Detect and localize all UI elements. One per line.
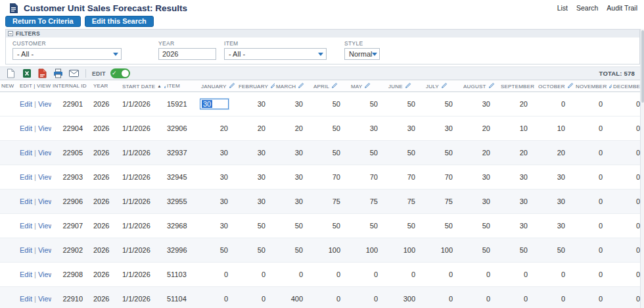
edit-toggle[interactable]: ✓ xyxy=(110,68,130,78)
column-label: NOVEMBER xyxy=(576,84,607,90)
edit-link[interactable]: Edit xyxy=(20,100,32,108)
edit-this-search-button[interactable]: Edit this Search xyxy=(85,16,154,27)
cell-july: 50 xyxy=(425,214,462,238)
cell-january: 0 xyxy=(200,263,237,287)
view-link[interactable]: View xyxy=(38,149,51,157)
column-header-year[interactable]: YEAR xyxy=(89,80,114,92)
cell-september: 20 xyxy=(499,92,537,116)
cell-august: 0 xyxy=(462,263,499,287)
print-icon[interactable] xyxy=(53,68,64,79)
cell-internal-id: 22908 xyxy=(51,263,89,287)
cell-december: 0 xyxy=(612,263,640,287)
chevron-down-icon xyxy=(372,53,377,56)
edit-link[interactable]: Edit xyxy=(20,246,32,254)
email-icon[interactable] xyxy=(68,68,80,79)
cell-december: 0 xyxy=(612,165,640,190)
column-header-january[interactable]: JANUARY xyxy=(200,80,237,92)
inline-edit-input[interactable]: 30 xyxy=(200,99,229,109)
column-header-march[interactable]: MARCH xyxy=(275,80,312,92)
cell-new xyxy=(0,287,14,308)
filters-panel: FILTERS CUSTOMER - All - YEAR ITEM - All… xyxy=(5,29,640,64)
cell-december: 0 xyxy=(612,238,640,263)
column-header-new[interactable]: NEW xyxy=(0,80,14,92)
column-label: FEBRUARY xyxy=(239,84,268,90)
item-select[interactable]: - All - xyxy=(224,48,327,60)
cell-april: 0 xyxy=(312,263,350,287)
view-link[interactable]: View xyxy=(38,100,51,108)
column-header-february[interactable]: FEBRUARY xyxy=(237,80,275,92)
results-toolbar: EDIT ✓ TOTAL: 578 xyxy=(0,66,640,80)
cell-october: 0 xyxy=(537,263,574,287)
vertical-scrollbar[interactable] xyxy=(640,29,644,308)
nav-link-search[interactable]: Search xyxy=(576,4,598,12)
cell-december: 0 xyxy=(612,287,640,308)
edit-link[interactable]: Edit xyxy=(20,149,32,157)
style-select[interactable]: Normal xyxy=(344,48,380,60)
cell-year: 2026 xyxy=(89,214,114,238)
export-excel-icon[interactable] xyxy=(21,68,32,79)
cell-internal-id: 22901 xyxy=(51,92,89,116)
edit-link[interactable]: Edit xyxy=(20,295,32,303)
column-header-november[interactable]: NOVEMBER xyxy=(574,80,612,92)
edit-mode-label: EDIT xyxy=(92,70,106,77)
cell-june: 50 xyxy=(387,92,425,116)
column-header-edit-view[interactable]: EDIT | VIEW xyxy=(14,80,51,92)
column-label: ITEM xyxy=(167,83,180,89)
cell-january[interactable]: 30 xyxy=(200,92,237,116)
cell-start-date: 1/1/2026 xyxy=(114,190,166,214)
nav-link-audit-trail[interactable]: Audit Trail xyxy=(607,4,637,12)
cell-june: 100 xyxy=(387,238,425,263)
edit-link[interactable]: Edit xyxy=(20,197,32,205)
year-input[interactable] xyxy=(158,48,216,60)
edit-link[interactable]: Edit xyxy=(20,222,32,230)
column-label: SEPTEMBER xyxy=(501,84,534,90)
item-filter: ITEM - All - xyxy=(224,40,327,60)
edit-link[interactable]: Edit xyxy=(20,270,32,278)
column-header-july[interactable]: JULY xyxy=(425,80,462,92)
collapse-icon[interactable] xyxy=(8,31,13,36)
column-header-september[interactable]: SEPTEMBER xyxy=(499,80,537,92)
column-label: JUNE xyxy=(388,84,403,90)
new-document-icon[interactable] xyxy=(5,68,16,79)
export-pdf-icon[interactable] xyxy=(37,68,48,79)
scrollbar-thumb[interactable] xyxy=(641,30,644,103)
view-link[interactable]: View xyxy=(38,270,51,278)
customer-select[interactable]: - All - xyxy=(12,48,122,60)
cell-year: 2026 xyxy=(89,92,114,116)
edit-link[interactable]: Edit xyxy=(20,173,32,181)
nav-link-list[interactable]: List xyxy=(557,4,568,12)
column-header-august[interactable]: AUGUST xyxy=(462,80,499,92)
item-selected-value: - All - xyxy=(229,50,245,58)
column-header-october[interactable]: OCTOBER xyxy=(537,80,574,92)
column-header-may[interactable]: MAY xyxy=(350,80,387,92)
cell-october: 30 xyxy=(537,214,574,238)
sort-ascending-icon: ▲ xyxy=(157,84,162,88)
view-link[interactable]: View xyxy=(38,222,51,230)
cell-april: 0 xyxy=(312,287,350,308)
cell-july: 100 xyxy=(425,238,462,263)
column-header-june[interactable]: JUNE xyxy=(387,80,425,92)
cell-march: 30 xyxy=(275,165,312,190)
column-header-december[interactable]: DECEMBER xyxy=(612,80,640,92)
filters-header[interactable]: FILTERS xyxy=(6,30,639,38)
cell-item: 32937 xyxy=(166,141,200,165)
view-link[interactable]: View xyxy=(38,295,51,303)
cell-june: 0 xyxy=(387,263,425,287)
column-header-april[interactable]: APRIL xyxy=(312,80,350,92)
customer-selected-value: - All - xyxy=(17,50,34,58)
view-link[interactable]: View xyxy=(38,246,51,254)
column-header-item[interactable]: ITEM xyxy=(166,80,200,92)
cell-may: 50 xyxy=(350,141,387,165)
style-selected-value: Normal xyxy=(349,50,372,58)
edit-link[interactable]: Edit xyxy=(20,124,32,132)
view-link[interactable]: View xyxy=(38,197,51,205)
return-to-criteria-button[interactable]: Return To Criteria xyxy=(5,16,81,27)
cell-october: 30 xyxy=(537,190,574,214)
cell-december: 0 xyxy=(612,92,640,116)
view-link[interactable]: View xyxy=(38,173,51,181)
cell-august: 30 xyxy=(462,92,499,116)
column-header-start-date[interactable]: START DATE▲ xyxy=(114,80,166,92)
top-nav: List Search Audit Trail xyxy=(557,4,637,12)
view-link[interactable]: View xyxy=(38,124,51,132)
column-header-internal-id[interactable]: INTERNAL ID xyxy=(51,80,89,92)
